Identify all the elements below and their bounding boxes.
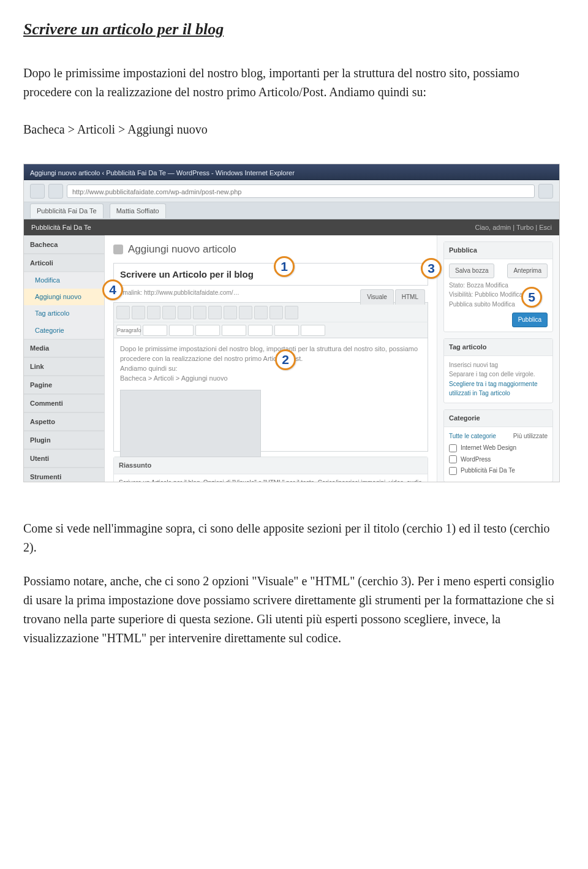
toolbar-icon xyxy=(208,306,222,319)
browser-toolbar: http://www.pubblicitafaidate.com/wp-admi… xyxy=(24,180,559,202)
breadcrumb-path: Bacheca > Articoli > Aggiungi nuovo xyxy=(23,120,565,139)
refresh-icon xyxy=(538,184,553,199)
editor-text: Bacheca > Articoli > Aggiungi nuovo xyxy=(120,374,421,384)
toolbar-icon xyxy=(254,306,268,319)
cat-label: Internet Web Design xyxy=(461,443,516,453)
intro-paragraph: Dopo le primissime impostazioni del nost… xyxy=(23,64,565,102)
preview-button: Anteprima xyxy=(507,264,548,278)
toolbar-icon xyxy=(193,306,206,319)
excerpt-body: Scrivere un Articolo per il blog. Opzion… xyxy=(114,474,428,482)
paragraph-select: Paragrafo xyxy=(116,325,141,336)
toolbar-icon xyxy=(178,306,191,319)
wordpress-screenshot: Aggiungi nuovo articolo ‹ Pubblicità Fai… xyxy=(23,164,560,482)
sidebar-subitem: Categorie xyxy=(24,322,104,339)
browser-titlebar: Aggiungi nuovo articolo ‹ Pubblicità Fai… xyxy=(24,164,559,180)
sidebar-item-plugins: Plugin xyxy=(24,431,104,449)
editor-tab-visual: Visuale xyxy=(360,289,394,305)
sidebar-item-media: Media xyxy=(24,339,104,357)
publish-button: Pubblica xyxy=(512,313,548,327)
site-name: Pubblicità Fai Da Te xyxy=(31,222,91,233)
pin-icon xyxy=(113,245,123,254)
main-heading: Aggiungi nuovo articolo xyxy=(113,241,428,257)
toolbar-icon xyxy=(132,306,145,319)
sidebar-subitem: Tag articolo xyxy=(24,305,104,322)
body-paragraph: Possiamo notare, anche, che ci sono 2 op… xyxy=(23,572,565,648)
browser-tab: Mattia Soffiato xyxy=(110,203,166,218)
toolbar-icon xyxy=(143,325,167,336)
toolbar-icon xyxy=(274,325,299,336)
tags-heading: Tag articolo xyxy=(444,339,552,356)
cat-checkbox xyxy=(449,467,457,475)
toolbar-icon xyxy=(162,306,176,319)
categories-heading: Categorie xyxy=(444,410,552,427)
body-paragraph: Come si vede nell'immagine sopra, ci son… xyxy=(23,519,565,557)
tag-input-label: Inserisci nuovi tag xyxy=(449,360,548,370)
wp-sidebar: Bacheca Articoli Modifica Aggiungi nuovo… xyxy=(24,235,105,482)
editor-toolbar-row2: Paragrafo xyxy=(113,322,428,338)
categories-panel: Categorie Tutte le categorie Più utilizz… xyxy=(443,409,553,482)
editor-text: Andiamo quindi su: xyxy=(120,364,421,374)
toolbar-icon xyxy=(116,306,130,319)
toolbar-icon xyxy=(285,306,298,319)
toolbar-icon xyxy=(270,306,283,319)
browser-tab: Pubblicità Fai Da Te xyxy=(30,203,104,218)
sidebar-subitem: Modifica xyxy=(24,272,104,289)
sidebar-item-posts: Articoli xyxy=(24,254,104,272)
nav-forward-icon xyxy=(48,184,63,199)
editor-body: Dopo le primissime impostazioni del nost… xyxy=(113,338,428,452)
wp-main-area: Aggiungi nuovo articolo Scrivere un Arti… xyxy=(105,235,437,482)
inserted-image-placeholder xyxy=(120,390,261,457)
excerpt-label: Riassunto xyxy=(114,457,428,474)
cat-checkbox xyxy=(449,455,457,463)
admin-greeting: Ciao, admin | Turbo | Esci xyxy=(475,222,552,233)
toolbar-icon xyxy=(248,325,273,336)
sidebar-subitem-add-new: Aggiungi nuovo xyxy=(24,289,104,305)
editor-tab-html: HTML xyxy=(395,289,425,305)
sidebar-item-tools: Strumenti xyxy=(24,468,104,482)
tags-panel: Tag articolo Inserisci nuovi tag Separar… xyxy=(443,338,553,403)
editor-toolbar: Visuale HTML xyxy=(113,302,428,322)
cat-label: WordPress xyxy=(461,455,491,465)
sidebar-item-pages: Pagine xyxy=(24,376,104,394)
cat-checkbox xyxy=(449,444,457,452)
url-field: http://www.pubblicitafaidate.com/wp-admi… xyxy=(67,184,535,198)
toolbar-icon xyxy=(301,325,325,336)
toolbar-icon xyxy=(222,325,246,336)
toolbar-icon xyxy=(169,325,194,336)
publish-heading: Pubblica xyxy=(444,242,552,259)
wp-right-panels: Pubblica Salva bozza Anteprima Stato: Bo… xyxy=(437,235,559,482)
tag-choose-link: Scegliere tra i tag maggiormente utilizz… xyxy=(449,379,548,398)
toolbar-icon xyxy=(147,306,160,319)
toolbar-icon xyxy=(224,306,237,319)
wp-admin-bar: Pubblicità Fai Da Te Ciao, admin | Turbo… xyxy=(24,219,559,235)
page-title: Scrivere un articolo per il blog xyxy=(23,17,565,42)
sidebar-item-comments: Commenti xyxy=(24,394,104,412)
publish-panel: Pubblica Salva bozza Anteprima Stato: Bo… xyxy=(443,241,553,332)
tag-hint: Separare i tag con delle virgole. xyxy=(449,370,548,379)
save-draft-button: Salva bozza xyxy=(449,264,494,278)
sidebar-item-dashboard: Bacheca xyxy=(24,235,104,254)
browser-tabs: Pubblicità Fai Da Te Mattia Soffiato xyxy=(24,202,559,219)
cat-label: Pubblicità Fai Da Te xyxy=(461,466,515,476)
editor-text: Dopo le primissime impostazioni del nost… xyxy=(120,344,421,364)
cat-tab-most-used: Più utilizzate xyxy=(513,431,548,441)
toolbar-icon xyxy=(239,306,252,319)
post-title-input: Scrivere un Articolo per il blog xyxy=(113,263,428,286)
cat-tab-all: Tutte le categorie xyxy=(449,431,496,441)
sidebar-item-appearance: Aspetto xyxy=(24,412,104,431)
sidebar-item-links: Link xyxy=(24,357,104,376)
toolbar-icon xyxy=(195,325,220,336)
sidebar-item-users: Utenti xyxy=(24,449,104,468)
excerpt-section: Riassunto Scrivere un Articolo per il bl… xyxy=(113,457,428,482)
nav-back-icon xyxy=(30,184,45,199)
